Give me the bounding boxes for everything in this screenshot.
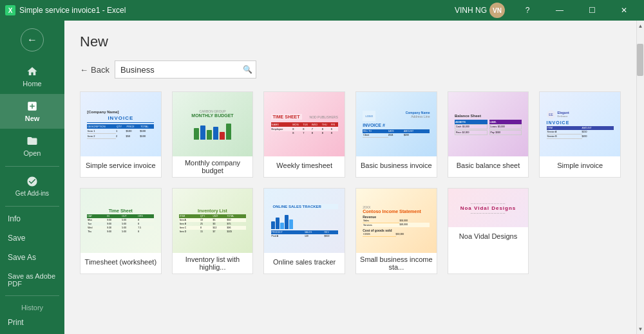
template-small-business-income[interactable]: 20XX Contoso Income Statement Revenue Sa… bbox=[355, 188, 437, 274]
template-thumb: TIME SHEET NOD PUBLISHERS NAMEMONTUEWEDT… bbox=[264, 92, 345, 156]
template-inventory-list[interactable]: Inventory List ITEMQTYUNITTOTAL Item A10… bbox=[172, 188, 254, 274]
template-label: Timesheet (worksheet) bbox=[80, 253, 161, 271]
template-online-sales-tracker[interactable]: ONLINE SALES TRACKER bbox=[263, 188, 345, 274]
template-label: Weekly timesheet bbox=[264, 156, 345, 174]
sidebar: ← Home New Open Get Add-ins Info Save Sa… bbox=[0, 21, 64, 334]
help-button[interactable]: ? bbox=[513, 0, 542, 21]
minimize-button[interactable]: — bbox=[545, 0, 574, 21]
templates-scroll[interactable]: [Company Name] INVOICE DESCRIPTIONQTYPRI… bbox=[80, 91, 621, 334]
close-button[interactable]: ✕ bbox=[609, 0, 639, 21]
user-area[interactable]: VINH NG VN bbox=[455, 3, 505, 18]
sidebar-item-saveadobe[interactable]: Save as Adobe PDF bbox=[0, 267, 64, 293]
template-label: Online sales tracker bbox=[264, 253, 345, 271]
sidebar-item-print[interactable]: Print bbox=[0, 313, 64, 332]
back-button[interactable]: ← Back bbox=[80, 65, 109, 75]
maximize-button[interactable]: ☐ bbox=[577, 0, 607, 21]
scroll-down-arrow[interactable]: ▼ bbox=[637, 324, 644, 334]
template-label: Inventory list with highlig... bbox=[173, 253, 253, 274]
excel-icon: X bbox=[5, 5, 15, 15]
template-thumb: ONLINE SALES TRACKER bbox=[264, 189, 345, 253]
template-weekly-timesheet[interactable]: TIME SHEET NOD PUBLISHERS NAMEMONTUEWEDT… bbox=[263, 91, 345, 178]
sidebar-item-open[interactable]: Open bbox=[0, 129, 64, 163]
sidebar-item-new[interactable]: New bbox=[0, 94, 64, 129]
template-basic-balance-sheet[interactable]: Balance Sheet ASSETS Cash: $5,000 Recv: … bbox=[448, 91, 529, 178]
app-body: ← Home New Open Get Add-ins Info Save Sa… bbox=[0, 21, 644, 334]
main-content: New ← Back 🔍 [Company Name] INVOICE bbox=[64, 21, 636, 334]
titlebar-title: Simple service invoice1 - Excel bbox=[19, 6, 126, 15]
search-icon: 🔍 bbox=[243, 65, 252, 74]
template-thumb: [Company Name] INVOICE DESCRIPTIONQTYPRI… bbox=[80, 92, 161, 156]
scrollbar[interactable]: ▲ ▼ bbox=[636, 21, 644, 334]
template-timesheet-worksheet[interactable]: Time Sheet DAYINOUTHRS Mon9:005:008 Tue9… bbox=[80, 188, 162, 274]
template-simple-service-invoice[interactable]: [Company Name] INVOICE DESCRIPTIONQTYPRI… bbox=[80, 91, 162, 178]
scroll-track bbox=[637, 31, 644, 324]
search-input[interactable] bbox=[115, 60, 256, 79]
template-noa-vidal[interactable]: ──────────── Noa Vidal Designs ─────────… bbox=[448, 188, 529, 274]
scroll-thumb[interactable] bbox=[637, 44, 643, 76]
sidebar-item-saveas[interactable]: Save As bbox=[0, 248, 64, 267]
search-bar: ← Back 🔍 bbox=[80, 60, 621, 79]
titlebar: X Simple service invoice1 - Excel VINH N… bbox=[0, 0, 644, 21]
template-basic-business-invoice[interactable]: LOGO Company NameAddress Line INVOICE # … bbox=[355, 91, 437, 178]
username: VINH NG bbox=[455, 6, 487, 15]
template-thumb: Inventory List ITEMQTYUNITTOTAL Item A10… bbox=[173, 189, 253, 253]
template-label: Noa Vidal Designs bbox=[448, 227, 529, 245]
template-label: Basic business invoice bbox=[356, 156, 437, 174]
template-label: Small business income sta... bbox=[356, 253, 437, 274]
template-thumb: CARBON GROUP MONTHLY BUDGET bbox=[173, 92, 253, 156]
template-thumb: Time Sheet DAYINOUTHRS Mon9:005:008 Tue9… bbox=[80, 189, 161, 253]
page-title: New bbox=[80, 33, 621, 50]
sidebar-item-addins[interactable]: Get Add-ins bbox=[0, 169, 64, 203]
scroll-up-arrow[interactable]: ▲ bbox=[637, 21, 644, 31]
template-thumb: ──────────── Noa Vidal Designs ─────────… bbox=[448, 189, 529, 227]
avatar: VN bbox=[489, 3, 505, 18]
sidebar-item-save[interactable]: Save bbox=[0, 228, 64, 248]
titlebar-left: X Simple service invoice1 - Excel bbox=[5, 5, 126, 15]
template-thumb: Balance Sheet ASSETS Cash: $5,000 Recv: … bbox=[448, 92, 529, 156]
template-monthly-company-budget[interactable]: CARBON GROUP MONTHLY BUDGET bbox=[172, 91, 254, 178]
sidebar-item-home[interactable]: Home bbox=[0, 59, 64, 94]
template-label: Monthly company budget bbox=[173, 156, 253, 177]
search-input-wrap: 🔍 bbox=[115, 60, 256, 79]
template-label: Simple service invoice bbox=[80, 156, 161, 174]
history-label: History bbox=[0, 299, 64, 313]
template-thumb: EE Elegant Embrace INVOICE ITEMAMOUNT Se… bbox=[540, 92, 620, 156]
sidebar-back-button[interactable]: ← bbox=[21, 28, 44, 51]
sidebar-item-info[interactable]: Info bbox=[0, 209, 64, 228]
templates-grid: [Company Name] INVOICE DESCRIPTIONQTYPRI… bbox=[80, 91, 621, 284]
titlebar-controls: VINH NG VN ? — ☐ ✕ bbox=[455, 0, 639, 21]
template-thumb: LOGO Company NameAddress Line INVOICE # … bbox=[356, 92, 437, 156]
template-label: Simple invoice bbox=[540, 156, 620, 174]
back-arrow-icon: ← bbox=[80, 65, 88, 75]
template-simple-invoice[interactable]: EE Elegant Embrace INVOICE ITEMAMOUNT Se… bbox=[539, 91, 621, 178]
template-thumb: 20XX Contoso Income Statement Revenue Sa… bbox=[356, 189, 437, 253]
template-label: Basic balance sheet bbox=[448, 156, 529, 174]
